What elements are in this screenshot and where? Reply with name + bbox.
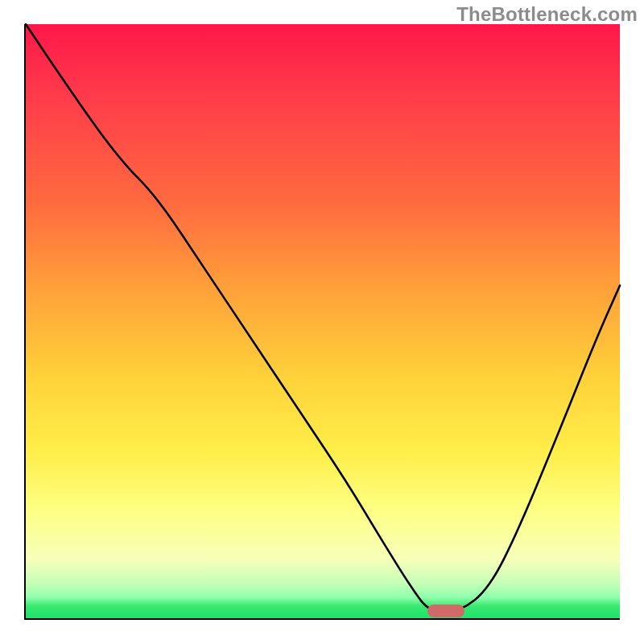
- curve-layer: [26, 24, 620, 618]
- watermark-text: TheBottleneck.com: [456, 3, 638, 26]
- bottleneck-curve-path: [26, 24, 620, 613]
- bottleneck-chart: TheBottleneck.com: [0, 0, 644, 644]
- plot-area: [24, 24, 620, 620]
- optimal-marker: [427, 605, 464, 617]
